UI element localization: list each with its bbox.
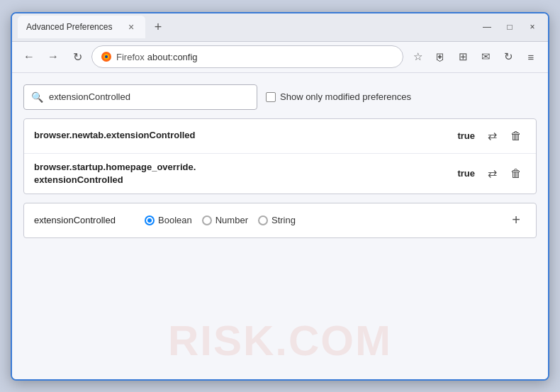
show-modified-label: Show only modified preferences [280, 91, 411, 102]
radio-boolean-label: Boolean [158, 215, 192, 225]
search-icon: 🔍 [31, 91, 43, 103]
result-row-2: browser.startup.homepage_override. exten… [24, 154, 536, 194]
show-modified-checkbox[interactable] [266, 92, 276, 102]
sync-icon[interactable]: ↻ [498, 47, 518, 67]
search-input[interactable] [49, 91, 250, 102]
title-bar: Advanced Preferences × + — □ × [12, 13, 548, 42]
menu-icon[interactable]: ≡ [521, 47, 541, 67]
pref-value-2: true [457, 168, 475, 179]
search-box: 🔍 [23, 84, 257, 110]
tab-title: Advanced Preferences [26, 22, 120, 32]
close-button[interactable]: × [522, 20, 542, 34]
address-bar[interactable]: Firefox about:config [91, 45, 403, 68]
back-button[interactable]: ← [19, 47, 39, 67]
radio-boolean[interactable]: Boolean [145, 215, 192, 225]
radio-string[interactable]: String [258, 215, 296, 225]
row-1-actions: ⇄ 🗑 [482, 126, 526, 146]
add-preference-row: extensionControlled Boolean Number Strin… [23, 203, 537, 238]
pref-value-1: true [457, 130, 475, 141]
watermark: RISK.COM [168, 316, 392, 365]
address-url: about:config [147, 52, 198, 62]
radio-number-label: Number [215, 215, 248, 225]
forward-button[interactable]: → [43, 47, 63, 67]
pref-name-2: browser.startup.homepage_override. exten… [34, 161, 450, 186]
result-row-1: browser.newtab.extensionControlled true … [24, 119, 536, 154]
radio-number-circle [202, 215, 212, 225]
browser-tab[interactable]: Advanced Preferences × [18, 16, 145, 38]
toolbar-icons: ☆ ⛨ ⊞ ✉ ↻ ≡ [408, 47, 541, 67]
address-text: Firefox about:config [116, 52, 198, 62]
nav-bar: ← → ↻ Firefox about:config ☆ ⛨ ⊞ ✉ ↻ ≡ [12, 42, 548, 73]
reload-button[interactable]: ↻ [67, 47, 87, 67]
radio-string-circle [258, 215, 268, 225]
new-pref-name: extensionControlled [34, 215, 133, 225]
show-modified-row: Show only modified preferences [266, 91, 411, 102]
delete-button-2[interactable]: 🗑 [506, 164, 526, 184]
pocket-icon[interactable]: ⛨ [430, 47, 450, 67]
firefox-logo-icon [101, 51, 112, 62]
maximize-button[interactable]: □ [500, 20, 520, 34]
radio-string-label: String [271, 215, 296, 225]
svg-point-2 [105, 55, 108, 58]
browser-name: Firefox [116, 52, 145, 62]
content-area: RISK.COM 🔍 Show only modified preference… [12, 73, 548, 379]
window-controls: — □ × [477, 20, 542, 34]
new-tab-button[interactable]: + [148, 17, 168, 37]
extension-icon[interactable]: ⊞ [453, 47, 473, 67]
bookmark-icon[interactable]: ☆ [408, 47, 427, 67]
radio-boolean-circle [145, 215, 155, 225]
add-preference-button[interactable]: + [506, 211, 526, 230]
minimize-button[interactable]: — [477, 20, 497, 34]
type-radio-group: Boolean Number String [145, 215, 296, 225]
toggle-button-1[interactable]: ⇄ [482, 126, 502, 146]
delete-button-1[interactable]: 🗑 [506, 126, 526, 146]
results-table: browser.newtab.extensionControlled true … [23, 118, 537, 194]
tab-close-button[interactable]: × [125, 21, 137, 33]
row-2-actions: ⇄ 🗑 [482, 164, 526, 184]
toggle-button-2[interactable]: ⇄ [482, 164, 502, 184]
container-icon[interactable]: ✉ [476, 47, 495, 67]
radio-number[interactable]: Number [202, 215, 248, 225]
pref-name-1: browser.newtab.extensionControlled [34, 129, 450, 142]
browser-window: Advanced Preferences × + — □ × ← → ↻ Fir… [11, 12, 549, 381]
search-row: 🔍 Show only modified preferences [23, 84, 537, 110]
